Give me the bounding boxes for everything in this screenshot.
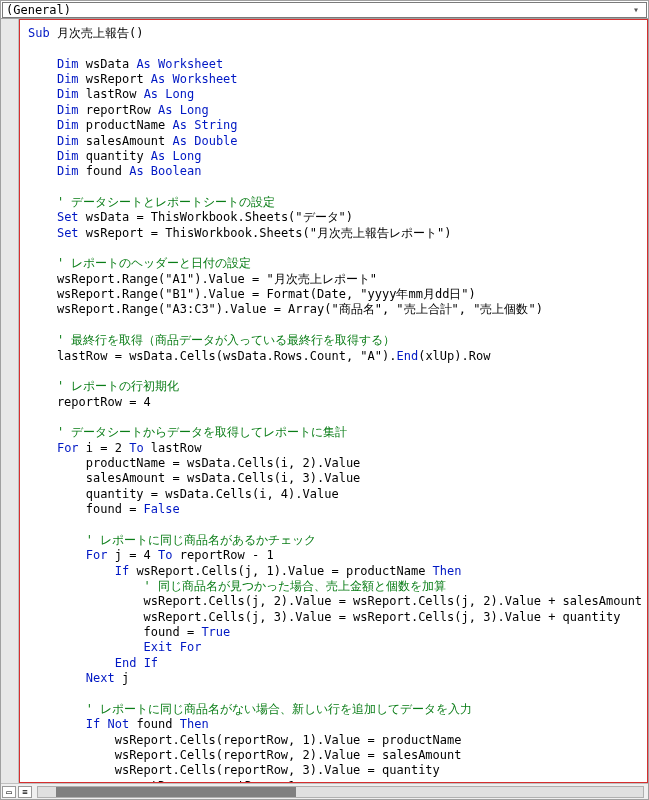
full-module-view-icon[interactable]: ▭ bbox=[2, 786, 16, 798]
object-dropdown-value: (General) bbox=[6, 3, 71, 17]
horizontal-scrollbar[interactable] bbox=[37, 786, 644, 798]
object-dropdown[interactable]: (General) ▾ bbox=[2, 2, 647, 18]
procedure-view-icon[interactable]: ≡ bbox=[18, 786, 32, 798]
chevron-down-icon: ▾ bbox=[629, 3, 643, 17]
vba-editor-window: (General) ▾ Sub 月次売上報告() Dim wsData As W… bbox=[0, 0, 649, 800]
object-procedure-bar: (General) ▾ bbox=[1, 1, 648, 19]
scrollbar-thumb[interactable] bbox=[56, 787, 296, 797]
code-editor[interactable]: Sub 月次売上報告() Dim wsData As Worksheet Dim… bbox=[19, 19, 648, 783]
margin-indicator-bar bbox=[1, 19, 19, 783]
code-pane-wrap: Sub 月次売上報告() Dim wsData As Worksheet Dim… bbox=[1, 19, 648, 783]
bottom-bar: ▭ ≡ bbox=[1, 783, 648, 799]
